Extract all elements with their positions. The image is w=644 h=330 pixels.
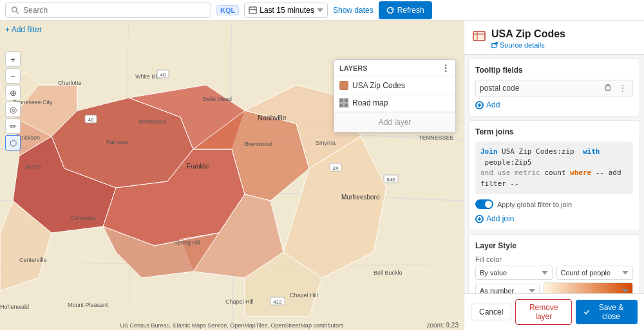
time-label: Last 15 minutes: [260, 6, 314, 15]
filter-bar: + Add filter: [0, 21, 180, 39]
svg-text:Charlotte: Charlotte: [58, 80, 82, 86]
map-area: Nashville Franklin Murfreesboro Charlott…: [0, 21, 464, 330]
svg-point-0: [12, 7, 17, 12]
refresh-icon: [386, 6, 394, 14]
svg-text:Smyrna: Smyrna: [316, 140, 336, 146]
delete-field-button[interactable]: [603, 84, 613, 93]
global-filter-row: Apply global filter to join: [475, 199, 633, 209]
layer-color-road: [339, 98, 348, 107]
search-box[interactable]: [5, 3, 211, 18]
chevron-down-icon: [317, 8, 323, 12]
save-close-button[interactable]: Save & close: [576, 300, 638, 324]
cancel-button[interactable]: Cancel: [471, 304, 511, 320]
location-button[interactable]: ◎: [5, 102, 21, 117]
calendar-icon: [249, 6, 257, 14]
svg-text:24: 24: [333, 165, 339, 171]
svg-rect-60: [606, 86, 611, 90]
layer-name-zip: USA Zip Codes: [352, 81, 405, 90]
show-dates-button[interactable]: Show dates: [333, 6, 374, 15]
join-code: Join USA Zip Codes:zip with people:Zip5 …: [475, 142, 633, 194]
layer-color-zip: [339, 81, 348, 90]
source-link[interactable]: Source details: [491, 41, 565, 49]
svg-text:412: 412: [273, 299, 282, 305]
refresh-button[interactable]: Refresh: [379, 1, 432, 19]
svg-text:Bell Buckle: Bell Buckle: [374, 270, 402, 276]
select-button[interactable]: ⬡: [5, 135, 21, 151]
svg-text:Spring Hill: Spring Hill: [174, 239, 200, 246]
remove-layer-button[interactable]: Remove layer: [515, 299, 572, 325]
time-selector[interactable]: Last 15 minutes: [244, 3, 328, 18]
layer-name-road: Road map: [352, 98, 388, 107]
svg-text:Chapel Hill: Chapel Hill: [290, 292, 318, 298]
zip-header: USA Zip Codes Source details: [464, 21, 644, 55]
compass-button[interactable]: ⊕: [5, 85, 21, 100]
layers-panel: LAYERS ⋮ USA Zip Codes Road map Add laye…: [334, 59, 456, 133]
chevron-down-icon-gradient: [622, 289, 629, 293]
search-input[interactable]: [23, 6, 205, 15]
fill-color-label: Fill color: [475, 255, 633, 263]
svg-text:Nashville: Nashville: [258, 114, 287, 122]
tooltip-section: Tooltip fields postal code ⋮ Add: [468, 59, 640, 116]
add-join-button[interactable]: Add join: [475, 214, 514, 223]
svg-text:Centerville: Centerville: [19, 257, 47, 263]
layers-item-zip[interactable]: USA Zip Codes: [334, 77, 455, 95]
svg-text:840: 840: [386, 177, 395, 183]
svg-rect-2: [249, 7, 256, 14]
layer-style-title: Layer Style: [475, 241, 633, 250]
field-name-postal: postal code: [480, 84, 599, 93]
svg-text:40: 40: [88, 117, 94, 123]
layers-header: LAYERS ⋮: [334, 60, 455, 77]
check-icon: [583, 308, 590, 316]
term-joins-title: Term joins: [475, 127, 633, 136]
svg-text:Brentwood: Brentwood: [138, 118, 166, 125]
field-options-button[interactable]: ⋮: [617, 83, 629, 93]
svg-text:Brentwood: Brentwood: [245, 141, 272, 147]
search-icon: [11, 6, 19, 15]
map-tools: + − ⊕ ◎ ✏ ⬡: [5, 51, 21, 151]
external-link-icon: [491, 42, 498, 48]
layers-menu-icon[interactable]: ⋮: [441, 63, 450, 73]
zoom-in-button[interactable]: +: [5, 51, 21, 67]
term-joins-section: Term joins Join USA Zip Codes:zip with p…: [468, 120, 640, 230]
svg-line-1: [17, 12, 19, 14]
svg-text:40: 40: [160, 72, 166, 78]
fill-color-row: Fill color By value Count of people As n…: [475, 255, 633, 299]
map-zoom: zoom: 9.23: [427, 322, 459, 329]
zip-title: USA Zip Codes: [491, 28, 565, 40]
svg-text:Burns: Burns: [26, 163, 41, 170]
layers-item-road[interactable]: Road map: [334, 95, 455, 112]
svg-text:Belle Mead: Belle Mead: [203, 96, 232, 102]
svg-rect-56: [473, 32, 485, 41]
zip-map-icon: [472, 30, 486, 47]
fill-field-select[interactable]: Count of people: [556, 266, 634, 280]
add-filter-button[interactable]: + Add filter: [5, 25, 42, 34]
add-field-button[interactable]: Add: [475, 100, 500, 109]
svg-text:Columbia: Columbia: [71, 215, 95, 221]
global-filter-toggle[interactable]: [475, 199, 493, 209]
zoom-out-button[interactable]: −: [5, 68, 21, 84]
map-attribution: US Census Bureau, Elastic Maps Service, …: [120, 322, 344, 329]
svg-text:TENNESSEE: TENNESSEE: [419, 134, 454, 141]
top-bar: KQL Last 15 minutes Show dates Refresh: [0, 0, 644, 21]
svg-text:Hohenwald: Hohenwald: [0, 304, 29, 310]
footer-buttons: Cancel Remove layer Save & close: [464, 293, 644, 330]
svg-text:Fairview: Fairview: [106, 139, 128, 145]
fill-method-select[interactable]: By value: [475, 266, 553, 280]
add-layer-button[interactable]: Add layer: [334, 112, 455, 132]
svg-text:Murfreesboro: Murfreesboro: [341, 194, 380, 201]
global-filter-label: Apply global filter to join: [497, 201, 572, 208]
tooltip-field-row: postal code ⋮: [475, 80, 633, 96]
svg-text:Chapel Hill: Chapel Hill: [225, 298, 254, 305]
svg-text:Dickson: Dickson: [19, 134, 40, 141]
svg-text:Franklin: Franklin: [187, 163, 210, 170]
tooltip-section-title: Tooltip fields: [475, 66, 633, 75]
right-panel: USA Zip Codes Source details Tooltip fie…: [464, 21, 644, 330]
svg-text:Mount Pleasant: Mount Pleasant: [68, 302, 108, 308]
draw-button[interactable]: ✏: [5, 118, 21, 134]
kql-badge[interactable]: KQL: [216, 5, 239, 15]
